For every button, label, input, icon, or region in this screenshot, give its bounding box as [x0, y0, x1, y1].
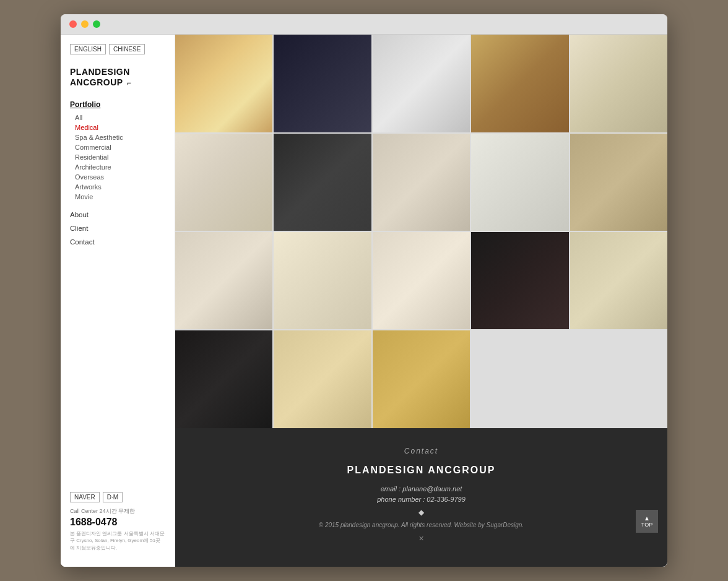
- contact-section-label: Contact: [188, 447, 655, 455]
- nav-item-artworks[interactable]: Artworks: [70, 182, 165, 192]
- portfolio-item-14[interactable]: [471, 232, 568, 329]
- portfolio-nav-header[interactable]: Portfolio: [70, 100, 165, 109]
- lang-english-button[interactable]: ENGLISH: [70, 44, 106, 54]
- close-dot[interactable]: [69, 20, 77, 28]
- phone-number: 1688-0478: [70, 517, 165, 528]
- logo-line2: ANCGROUP: [70, 77, 123, 87]
- nav-item-about[interactable]: About: [70, 208, 165, 222]
- address-text: 본 플랜디자인 앤씨그룹 서울특별시 서대문구 Crysno, Solan, F…: [70, 530, 165, 551]
- nav-item-overseas[interactable]: Overseas: [70, 172, 165, 182]
- portfolio-item-15[interactable]: [570, 232, 667, 329]
- lang-buttons: ENGLISH CHINESE: [61, 44, 175, 62]
- sidebar-bottom: NAVER D·M Call Center 24시간 무제한 1688-0478…: [61, 486, 175, 557]
- daum-button[interactable]: D·M: [103, 492, 123, 502]
- nav-item-spa[interactable]: Spa & Aesthetic: [70, 132, 165, 142]
- portfolio-item-3[interactable]: [373, 35, 470, 132]
- nav-item-medical[interactable]: Medical: [70, 123, 165, 132]
- portfolio-item-2[interactable]: [274, 35, 371, 132]
- footer-email: email : planane@daum.net: [188, 485, 655, 493]
- portfolio-item-12[interactable]: [274, 232, 371, 329]
- portfolio-item-8[interactable]: [373, 134, 470, 231]
- site-container: ENGLISH CHINESE PLANDESIGN ANCGROUP ⌐ Po…: [61, 35, 667, 567]
- portfolio-item-6[interactable]: [175, 134, 272, 231]
- footer-divider: ◆: [188, 508, 655, 517]
- portfolio-item-7[interactable]: [274, 134, 371, 231]
- portfolio-grid: [175, 35, 667, 428]
- close-icon[interactable]: ×: [418, 533, 423, 543]
- portfolio-item-4[interactable]: [471, 35, 568, 132]
- nav-item-movie[interactable]: Movie: [70, 192, 165, 202]
- nav-item-architecture[interactable]: Architecture: [70, 162, 165, 172]
- maximize-dot[interactable]: [93, 20, 100, 28]
- portfolio-item-16[interactable]: [175, 330, 272, 428]
- portfolio-item-10[interactable]: [570, 134, 667, 231]
- logo-line1: PLANDESIGN: [70, 67, 130, 77]
- footer-copyright: © 2015 plandesign ancgroup. All rights r…: [188, 522, 655, 528]
- top-button[interactable]: ▲ TOP: [636, 510, 658, 533]
- portfolio-item-17[interactable]: [274, 330, 371, 428]
- minimize-dot[interactable]: [81, 20, 89, 28]
- main-content: Contact PLANDESIGN ANCGROUP email : plan…: [175, 35, 667, 567]
- browser-titlebar: [61, 14, 667, 35]
- portfolio-item-1[interactable]: [175, 35, 272, 132]
- top-arrow-icon: ▲: [639, 515, 654, 522]
- portfolio-item-11[interactable]: [175, 232, 272, 329]
- logo-arrow-icon: ⌐: [127, 79, 132, 87]
- nav-item-client[interactable]: Client: [70, 222, 165, 235]
- portfolio-item-18[interactable]: [373, 330, 470, 428]
- contact-footer: Contact PLANDESIGN ANCGROUP email : plan…: [175, 428, 667, 567]
- call-center-label: Call Center 24시간 무제한: [70, 507, 165, 515]
- sidebar: ENGLISH CHINESE PLANDESIGN ANCGROUP ⌐ Po…: [61, 35, 175, 567]
- nav-item-commercial[interactable]: Commercial: [70, 142, 165, 152]
- nav-item-all[interactable]: All: [70, 113, 165, 123]
- nav-item-contact[interactable]: Contact: [70, 235, 165, 249]
- footer-phone: phone number : 02-336-9799: [188, 496, 655, 503]
- social-buttons: NAVER D·M: [70, 492, 165, 502]
- nav-section: Portfolio All Medical Spa & Aesthetic Co…: [61, 100, 175, 249]
- close-section: ×: [188, 528, 655, 548]
- footer-company-name: PLANDESIGN ANCGROUP: [188, 465, 655, 476]
- portfolio-item-9[interactable]: [471, 134, 568, 231]
- naver-button[interactable]: NAVER: [70, 492, 100, 502]
- nav-item-residential[interactable]: Residential: [70, 152, 165, 162]
- portfolio-item-13[interactable]: [373, 232, 470, 329]
- lang-chinese-button[interactable]: CHINESE: [109, 44, 145, 54]
- site-logo[interactable]: PLANDESIGN ANCGROUP ⌐: [61, 62, 175, 100]
- browser-window: ENGLISH CHINESE PLANDESIGN ANCGROUP ⌐ Po…: [61, 14, 667, 567]
- portfolio-item-5[interactable]: [570, 35, 667, 132]
